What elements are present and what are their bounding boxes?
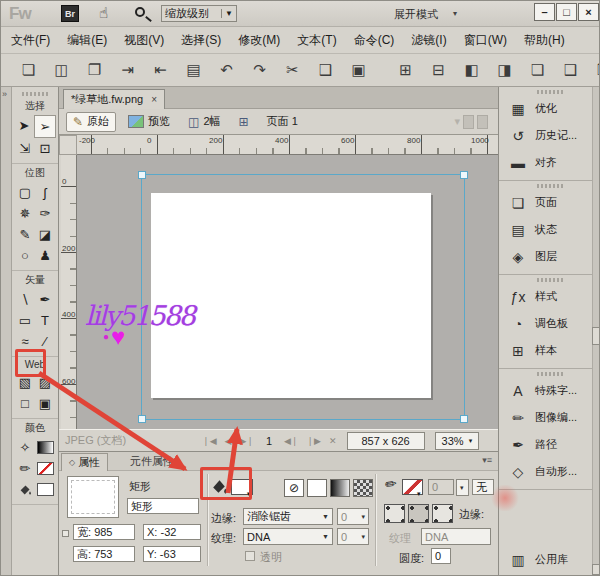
panel-item[interactable]: ▬对齐 <box>499 149 600 176</box>
texture-dropdown[interactable]: DNA ▼ <box>243 528 333 545</box>
maximize-button[interactable]: □ <box>556 3 577 21</box>
menu-item[interactable]: 文件(F) <box>11 32 50 49</box>
caret-down-icon[interactable]: ▾ <box>469 437 473 445</box>
collapse-strip[interactable]: » <box>1 87 12 576</box>
minimize-button[interactable]: – <box>534 3 555 21</box>
selection-handle[interactable] <box>460 171 468 179</box>
fill-pattern-button[interactable] <box>353 479 373 497</box>
gradient-fill-well[interactable] <box>35 437 55 458</box>
tab-symbol-properties[interactable]: 元件属性 <box>123 453 181 470</box>
tools-panel-gripper[interactable] <box>22 92 48 96</box>
stop-icon[interactable]: ✕ <box>329 436 337 446</box>
subselect-tool[interactable]: ➢ <box>34 115 56 138</box>
pencil-tool[interactable]: ✎ <box>15 224 35 245</box>
panel-item[interactable]: ◇自动形... <box>499 458 600 485</box>
stroke-size-input[interactable]: 0 <box>428 479 454 495</box>
stroke-inside-button[interactable] <box>384 504 405 523</box>
toolbar-icon[interactable]: ◨ <box>495 61 514 79</box>
show-slices-tool[interactable]: ▣ <box>35 393 55 414</box>
toolbar-icon[interactable]: ⊞ <box>396 61 415 79</box>
vertical-ruler[interactable]: 0200400600 <box>61 155 77 429</box>
panel-item[interactable]: ✏图像编... <box>499 404 600 431</box>
menu-item[interactable]: 编辑(E) <box>67 32 107 49</box>
panel-item[interactable]: ❏页面 <box>499 189 600 216</box>
bridge-icon[interactable]: Br <box>61 5 79 22</box>
toolbar-icon[interactable]: ↷ <box>250 61 269 79</box>
toolbar-icon[interactable]: ▣ <box>349 61 368 79</box>
selection-rectangle[interactable] <box>141 174 465 420</box>
tab-properties[interactable]: ◇ 属性 <box>61 453 108 471</box>
zoom-level-dropdown[interactable]: 缩放级别 ▼ <box>161 5 237 22</box>
canvas-area[interactable] <box>77 155 498 429</box>
width-input[interactable]: 宽: 985 <box>73 524 135 540</box>
prev-frame-icon[interactable]: ◀ <box>225 436 232 446</box>
tab-original[interactable]: ✎ 原始 <box>66 112 116 132</box>
tab-preview[interactable]: 预览 <box>122 113 176 131</box>
document-tab[interactable]: *绿草地.fw.png × <box>63 89 165 109</box>
tab-4up[interactable]: ⊞ <box>233 113 255 131</box>
step-back-icon[interactable]: ◀❘ <box>284 436 298 446</box>
panel-gripper[interactable] <box>537 278 563 282</box>
stroke-size-caret[interactable]: ▾ <box>456 479 469 496</box>
toolbar-icon[interactable]: ⊟ <box>429 61 448 79</box>
stroke-outside-button[interactable] <box>432 504 453 523</box>
scale-tool[interactable]: ⇲ <box>15 138 35 159</box>
menu-item[interactable]: 修改(M) <box>238 32 280 49</box>
fill-solid-button[interactable] <box>307 479 327 497</box>
text-tool[interactable]: T <box>35 310 55 331</box>
fill-gradient-button[interactable] <box>330 479 350 497</box>
first-frame-icon[interactable]: ❘◀ <box>202 436 216 446</box>
panel-item[interactable]: ◈图层 <box>499 243 600 270</box>
panel-gripper[interactable] <box>537 184 563 188</box>
panel-item[interactable]: ◔调色板 <box>499 310 600 337</box>
rectangle-tool[interactable]: ▭ <box>15 310 35 331</box>
panel-item[interactable]: ✒路径 <box>499 431 600 458</box>
tab-2up[interactable]: ◫ 2幅 <box>182 113 226 131</box>
toolbar-icon[interactable]: ◧ <box>462 61 481 79</box>
menu-item[interactable]: 滤镜(I) <box>411 32 446 49</box>
fill-none-button[interactable]: ⊘ <box>284 479 304 497</box>
panel-item[interactable]: ↺历史记... <box>499 122 600 149</box>
menu-item[interactable]: 窗口(W) <box>464 32 507 49</box>
toolbar-icon[interactable]: ❏ <box>19 61 38 79</box>
step-forward-icon[interactable]: ❘▶ <box>307 436 321 446</box>
selection-handle[interactable] <box>138 171 146 179</box>
roundness-input[interactable]: 0 <box>431 548 451 564</box>
height-input[interactable]: 高: 753 <box>73 546 135 562</box>
tab-close-icon[interactable]: × <box>151 94 157 105</box>
stroke-color-well[interactable] <box>35 458 55 479</box>
edge-dropdown[interactable]: 消除锯齿 ▼ <box>243 508 333 525</box>
hide-slices-tool[interactable]: □ <box>15 393 35 414</box>
eyedropper-tool[interactable]: ✧ <box>15 437 35 458</box>
toolbar-icon[interactable]: ❏ <box>528 61 547 79</box>
toolbar-icon[interactable]: ◫ <box>52 61 71 79</box>
line-tool[interactable]: ∖ <box>15 289 35 310</box>
edge-amount-stepper[interactable]: 0 ▾ <box>337 508 369 525</box>
transparent-checkbox[interactable] <box>245 551 255 561</box>
y-input[interactable]: Y: -63 <box>143 546 201 562</box>
panel-scrollbar[interactable] <box>592 87 600 576</box>
toolbar-icon[interactable]: ❐ <box>85 61 104 79</box>
collapse-chevrons-icon[interactable]: » <box>2 89 7 99</box>
zoom-percent-dropdown[interactable]: 33% ▾ <box>435 432 480 450</box>
panel-item[interactable]: ƒx样式 <box>499 283 600 310</box>
magic-wand-tool[interactable]: ✵ <box>15 203 35 224</box>
panel-item[interactable]: ▤状态 <box>499 216 600 243</box>
stroke-texture-dropdown[interactable]: DNA <box>421 528 491 545</box>
pointer-tool[interactable]: ➤ <box>14 115 34 136</box>
panel-item[interactable]: ⊞样本 <box>499 337 600 364</box>
x-input[interactable]: X: -32 <box>143 524 201 540</box>
blur-tool[interactable]: ○ <box>15 245 35 266</box>
stroke-center-button[interactable] <box>408 504 429 523</box>
zoom-tool-icon[interactable] <box>135 7 145 17</box>
stroke-caret-icon[interactable]: ▾ <box>417 490 421 498</box>
panel-gripper[interactable] <box>537 90 563 94</box>
toolbar-icon[interactable]: ↶ <box>217 61 236 79</box>
collapse-diamond-icon[interactable]: ◇ <box>69 458 75 467</box>
toolbar-icon[interactable]: ▤ <box>184 61 203 79</box>
menu-item[interactable]: 命令(C) <box>354 32 395 49</box>
lasso-tool[interactable]: ʃ <box>35 182 55 203</box>
menu-item[interactable]: 选择(S) <box>181 32 221 49</box>
ruler-corner[interactable] <box>59 135 77 155</box>
texture-amount-stepper[interactable]: 0 ▾ <box>337 528 369 545</box>
